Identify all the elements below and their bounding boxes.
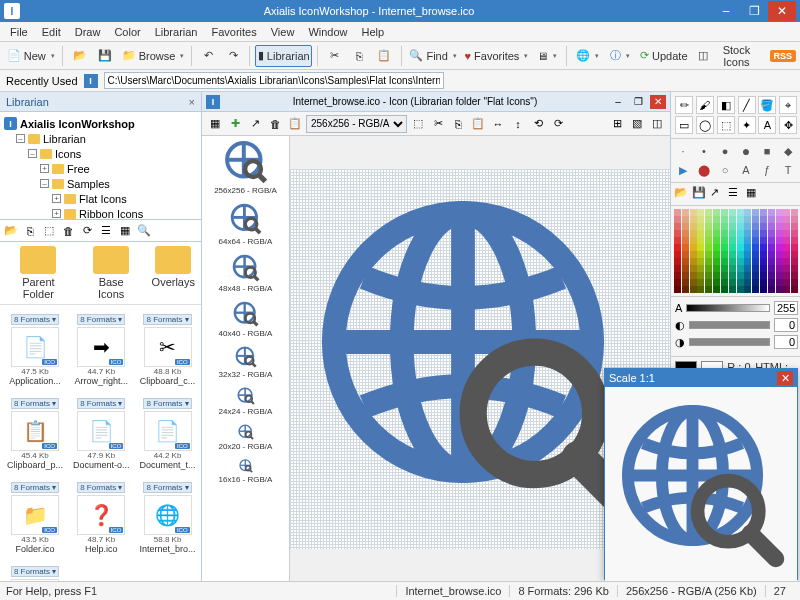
palette-color[interactable] — [674, 265, 681, 272]
palette-color[interactable] — [760, 286, 767, 293]
update-button[interactable]: ⟳ Update — [637, 45, 690, 67]
redo-button[interactable]: ↷ — [222, 45, 244, 67]
palette-color[interactable] — [713, 244, 720, 251]
palette-color[interactable] — [776, 209, 783, 216]
palette-color[interactable] — [721, 279, 728, 286]
palette-color[interactable] — [737, 258, 744, 265]
pal-tool-icon[interactable]: ☰ — [728, 186, 744, 202]
brush-size-icon[interactable]: ◆ — [780, 143, 796, 159]
doc-tool-icon[interactable]: ⬚ — [409, 115, 427, 133]
preview-titlebar[interactable]: Scale 1:1 ✕ — [605, 369, 797, 387]
size-list[interactable]: 256x256 - RGB/A64x64 - RGB/A48x48 - RGB/… — [202, 136, 290, 581]
open-button[interactable]: 📂 — [68, 45, 91, 67]
palette-color[interactable] — [674, 286, 681, 293]
palette-color[interactable] — [752, 286, 759, 293]
palette-color[interactable] — [713, 216, 720, 223]
palette-color[interactable] — [721, 230, 728, 237]
preview-close-button[interactable]: ✕ — [777, 371, 793, 385]
web-button[interactable]: 🌐 — [572, 45, 603, 67]
slider-value[interactable]: 0 — [774, 318, 798, 332]
palette-color[interactable] — [690, 237, 697, 244]
palette-color[interactable] — [737, 286, 744, 293]
palette-color[interactable] — [690, 216, 697, 223]
palette-color[interactable] — [705, 237, 712, 244]
ellipse-tool-icon[interactable]: ◯ — [696, 116, 714, 134]
palette-color[interactable] — [674, 244, 681, 251]
copy-button[interactable]: ⎘ — [348, 45, 370, 67]
palette-color[interactable] — [744, 272, 751, 279]
palette-color[interactable] — [791, 265, 798, 272]
palette-color[interactable] — [697, 272, 704, 279]
new-button[interactable]: 📄 New — [4, 45, 57, 67]
palette-color[interactable] — [729, 279, 736, 286]
wand-tool-icon[interactable]: ✦ — [738, 116, 756, 134]
palette-color[interactable] — [776, 244, 783, 251]
palette-color[interactable] — [760, 209, 767, 216]
alpha-slider[interactable] — [686, 304, 770, 312]
menu-file[interactable]: File — [4, 24, 34, 40]
doc-tool-icon[interactable]: ▧ — [628, 115, 646, 133]
palette-color[interactable] — [713, 258, 720, 265]
palette-color[interactable] — [682, 237, 689, 244]
palette-color[interactable] — [783, 258, 790, 265]
brush-size-icon[interactable]: ● — [738, 143, 754, 159]
palette-color[interactable] — [737, 251, 744, 258]
pal-tool-icon[interactable]: ▦ — [746, 186, 762, 202]
palette-color[interactable] — [737, 230, 744, 237]
palette-color[interactable] — [682, 223, 689, 230]
doc-tool-icon[interactable]: ⎘ — [449, 115, 467, 133]
menu-view[interactable]: View — [265, 24, 301, 40]
palette-color[interactable] — [690, 272, 697, 279]
shape-icon[interactable]: A — [738, 162, 754, 178]
palette-color[interactable] — [760, 216, 767, 223]
palette-color[interactable] — [705, 223, 712, 230]
palette-color[interactable] — [768, 265, 775, 272]
lib-tool-icon[interactable]: 🗑 — [59, 222, 77, 240]
menu-edit[interactable]: Edit — [36, 24, 67, 40]
palette-color[interactable] — [744, 265, 751, 272]
palette-color[interactable] — [690, 209, 697, 216]
palette-color[interactable] — [674, 230, 681, 237]
doc-minimize-button[interactable]: – — [610, 95, 626, 109]
palette-color[interactable] — [729, 265, 736, 272]
palette-color[interactable] — [760, 251, 767, 258]
size-item[interactable]: 20x20 - RGB/A — [204, 424, 287, 451]
palette-color[interactable] — [783, 209, 790, 216]
palette-color[interactable] — [752, 265, 759, 272]
palette-color[interactable] — [674, 279, 681, 286]
palette-color[interactable] — [729, 230, 736, 237]
palette-color[interactable] — [729, 258, 736, 265]
palette-color[interactable] — [721, 286, 728, 293]
palette-color[interactable] — [721, 237, 728, 244]
palette-color[interactable] — [737, 237, 744, 244]
palette-color[interactable] — [697, 223, 704, 230]
tree-node[interactable]: Free — [67, 163, 90, 175]
folder-item[interactable]: Base Icons — [85, 246, 138, 300]
menu-window[interactable]: Window — [302, 24, 353, 40]
cut-button[interactable]: ✂ — [323, 45, 345, 67]
palette-color[interactable] — [682, 286, 689, 293]
palette-color[interactable] — [752, 223, 759, 230]
palette-color[interactable] — [721, 265, 728, 272]
palette-color[interactable] — [682, 216, 689, 223]
palette-color[interactable] — [674, 237, 681, 244]
librarian-close-icon[interactable]: × — [189, 96, 195, 108]
palette-color[interactable] — [721, 258, 728, 265]
folder-tree[interactable]: IAxialis IconWorkshop –Librarian –Icons … — [0, 112, 201, 220]
shape-icon[interactable]: ○ — [717, 162, 733, 178]
brush-size-icon[interactable]: • — [696, 143, 712, 159]
palette-color[interactable] — [783, 230, 790, 237]
palette-color[interactable] — [783, 265, 790, 272]
info-button[interactable]: ⓘ — [606, 45, 634, 67]
palette-color[interactable] — [729, 223, 736, 230]
palette-color[interactable] — [760, 223, 767, 230]
folder-item[interactable]: Parent Folder — [6, 246, 71, 300]
palette-color[interactable] — [713, 237, 720, 244]
palette-color[interactable] — [737, 209, 744, 216]
favorites-button[interactable]: ♥ Favorites — [463, 45, 531, 67]
doc-tool-icon[interactable]: ↕ — [509, 115, 527, 133]
palette-color[interactable] — [776, 272, 783, 279]
palette-color[interactable] — [776, 279, 783, 286]
palette-color[interactable] — [744, 230, 751, 237]
brush-size-icon[interactable]: ● — [717, 143, 733, 159]
